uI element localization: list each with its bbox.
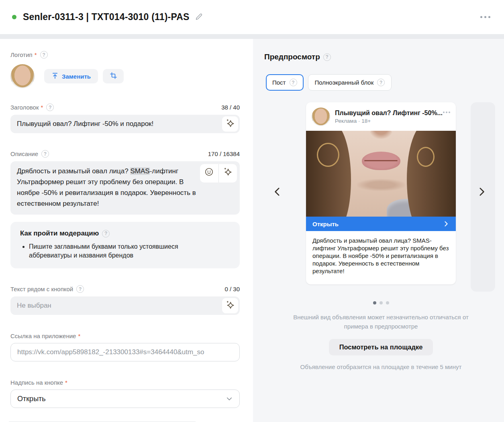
app-link-input[interactable] xyxy=(10,343,240,361)
ad-creative-image xyxy=(306,131,456,217)
ad-name-title: Senler-0311-3 | TXT014-3010 (11)-PAS xyxy=(23,12,190,22)
sparkle-icon xyxy=(225,118,235,130)
status-dot xyxy=(12,15,16,19)
upload-icon xyxy=(51,72,59,81)
ai-generate-button[interactable] xyxy=(218,164,237,183)
header-more-menu[interactable] xyxy=(478,14,493,20)
description-textarea[interactable]: Дряблость и размытый овал лица? SMAS-лиф… xyxy=(10,161,240,215)
page-header: Senler-0311-3 | TXT014-3010 (11)-PAS xyxy=(0,0,504,34)
app-link-label: Ссылка на приложение* xyxy=(10,333,80,339)
help-icon[interactable]: ? xyxy=(377,79,385,86)
carousel-dot[interactable] xyxy=(380,301,383,304)
replace-logo-button[interactable]: Заменить xyxy=(44,69,98,83)
ai-generate-button[interactable] xyxy=(222,116,238,132)
spellcheck-highlight: SMAS xyxy=(130,167,149,175)
button-text-counter: 0 / 30 xyxy=(224,286,240,292)
carousel-dot[interactable] xyxy=(373,301,376,304)
button-caption-label: Надпись на кнопке* xyxy=(10,379,67,386)
sparkle-icon xyxy=(225,300,235,312)
help-icon[interactable]: ? xyxy=(46,103,54,111)
tab-fullscreen-block[interactable]: Полноэкранный блок ? xyxy=(308,74,392,91)
edit-name-button[interactable] xyxy=(194,12,203,22)
help-icon[interactable]: ? xyxy=(102,230,110,237)
description-label: Описание xyxy=(10,150,38,157)
ad-open-button[interactable]: Открыть xyxy=(306,217,456,231)
ad-form-panel: Логотип* ? Заменить Заголовок* ? 38 xyxy=(0,39,253,422)
preview-panel: Предпросмотр ? Пост ? Полноэкранный блок… xyxy=(253,39,504,422)
help-icon[interactable]: ? xyxy=(323,53,331,61)
button-text-input[interactable] xyxy=(10,296,240,315)
platform-note: Объявление отобразится на площадке в теч… xyxy=(253,363,504,370)
pencil-icon xyxy=(194,12,203,22)
title-label: Заголовок* xyxy=(10,104,43,111)
carousel-dot[interactable] xyxy=(386,301,389,304)
carousel-next-button[interactable] xyxy=(475,185,488,199)
sparkle-icon xyxy=(222,166,233,180)
preview-title: Предпросмотр xyxy=(264,53,320,61)
description-counter: 170 / 16384 xyxy=(208,150,240,157)
help-icon[interactable]: ? xyxy=(76,285,84,293)
ad-card-title: Плывущий овал? Лифтинг -50%... xyxy=(335,110,443,117)
carousel-dots xyxy=(306,301,456,304)
selected-option: Открыть xyxy=(17,395,46,403)
earring-shape xyxy=(417,147,435,167)
ai-generate-button[interactable] xyxy=(222,298,238,313)
emoji-picker-button[interactable] xyxy=(200,164,218,183)
view-on-platform-button[interactable]: Посмотреть на площадке xyxy=(329,339,433,355)
moderation-title: Как пройти модерацию xyxy=(20,229,99,237)
description-text: Дряблость и размытый овал лица? SMAS-лиф… xyxy=(17,167,196,207)
smiley-icon xyxy=(204,167,214,180)
logo-label: Логотип* xyxy=(10,51,37,58)
earring-shape xyxy=(317,143,339,167)
moderation-hint-box: Как пройти модерацию ? Пишите заглавными… xyxy=(10,222,240,268)
chevron-down-icon xyxy=(226,395,233,402)
ad-card-description: Дряблость и размытый овал лица? SMAS-лиф… xyxy=(306,231,456,284)
chevron-right-icon xyxy=(443,221,449,227)
card-more-menu[interactable] xyxy=(443,112,450,113)
preview-disclaimer: Внешний вид объявления может незначитель… xyxy=(289,312,473,331)
moderation-rule: Пишите заглавными буквами только устоявш… xyxy=(29,242,218,260)
button-caption-select[interactable]: Открыть xyxy=(10,390,240,408)
ad-preview-card: Плывущий овал? Лифтинг -50%... Реклама ·… xyxy=(306,102,456,284)
ad-card-subtitle: Реклама · 18+ xyxy=(335,118,443,124)
title-counter: 38 / 40 xyxy=(221,104,240,111)
crop-icon xyxy=(110,72,117,81)
title-input[interactable] xyxy=(10,115,240,133)
crop-logo-button[interactable] xyxy=(103,69,124,83)
help-icon[interactable]: ? xyxy=(40,51,48,59)
carousel-prev-button[interactable] xyxy=(271,185,284,199)
logo-avatar[interactable] xyxy=(10,64,35,88)
help-icon[interactable]: ? xyxy=(290,79,297,86)
button-text-label: Текст рядом с кнопкой xyxy=(10,286,73,292)
advertiser-avatar xyxy=(312,108,330,126)
help-icon[interactable]: ? xyxy=(41,150,49,158)
tab-post[interactable]: Пост ? xyxy=(266,74,304,91)
